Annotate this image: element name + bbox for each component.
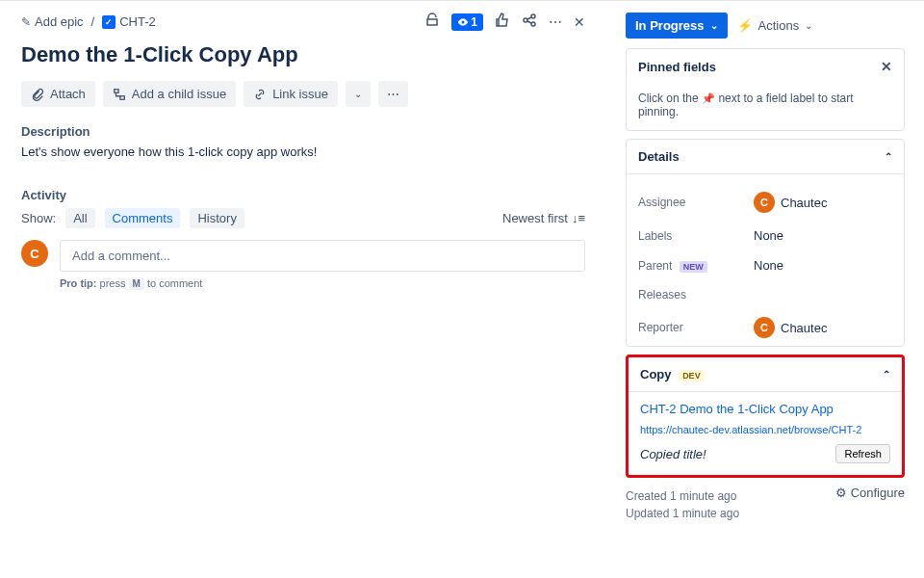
field-assignee[interactable]: Assignee C Chautec	[627, 184, 904, 221]
comment-input[interactable]: Add a comment...	[60, 240, 585, 272]
link-issue-label: Link issue	[272, 87, 328, 101]
parent-value: None	[754, 258, 783, 273]
tab-history[interactable]: History	[190, 208, 244, 228]
created-text: Created 1 minute ago	[626, 489, 739, 503]
configure-label: Configure	[851, 486, 905, 500]
details-header-row[interactable]: Details ⌃	[627, 140, 904, 173]
avatar: C	[754, 192, 775, 213]
parent-label: Parent	[638, 259, 672, 273]
link-dropdown-button[interactable]: ⌄	[346, 81, 371, 107]
close-icon[interactable]: ✕	[881, 59, 892, 74]
actions-label: Actions	[758, 18, 800, 33]
status-label: In Progress	[635, 18, 705, 33]
chevron-up-icon: ⌃	[885, 151, 892, 162]
field-reporter[interactable]: Reporter C Chautec	[627, 309, 904, 346]
updated-text: Updated 1 minute ago	[626, 507, 739, 520]
issue-key-label: CHT-2	[119, 14, 156, 29]
thumbs-up-icon[interactable]	[495, 13, 510, 31]
chevron-down-icon: ⌄	[710, 20, 718, 31]
page-title[interactable]: Demo the 1-Click Copy App	[21, 42, 585, 67]
avatar: C	[21, 240, 48, 267]
svg-rect-3	[115, 89, 118, 92]
svg-point-2	[531, 22, 535, 26]
kbd-m: M	[129, 277, 144, 290]
copy-title-link[interactable]: CHT-2 Demo the 1-Click Copy App	[640, 402, 890, 416]
show-label: Show:	[21, 211, 56, 225]
assignee-label: Assignee	[638, 196, 754, 209]
sort-button[interactable]: Newest first ↓≡	[502, 211, 585, 225]
field-releases[interactable]: Releases	[627, 280, 904, 309]
add-child-label: Add a child issue	[132, 87, 226, 101]
lock-icon[interactable]	[424, 13, 440, 31]
tab-comments[interactable]: Comments	[105, 208, 181, 228]
description-text[interactable]: Let's show everyone how this 1-click cop…	[21, 144, 585, 159]
svg-point-1	[531, 14, 535, 18]
pinned-header: Pinned fields	[638, 60, 716, 74]
configure-button[interactable]: ⚙ Configure	[835, 486, 905, 500]
sort-label: Newest first	[502, 211, 568, 225]
reporter-label: Reporter	[638, 321, 754, 334]
issue-key-link[interactable]: ✓ CHT-2	[102, 14, 156, 29]
attach-label: Attach	[50, 87, 86, 101]
tab-all[interactable]: All	[65, 208, 94, 228]
labels-label: Labels	[638, 229, 754, 243]
gear-icon: ⚙	[835, 486, 847, 500]
actions-button[interactable]: ⚡ Actions ⌄	[737, 13, 813, 39]
sort-icon: ↓≡	[572, 211, 585, 225]
pinned-fields-panel: Pinned fields ✕ Click on the 📌 next to a…	[626, 48, 905, 131]
field-parent[interactable]: Parent NEW None	[627, 250, 904, 280]
field-labels[interactable]: Labels None	[627, 221, 904, 250]
copy-url-link[interactable]: https://chautec-dev.atlassian.net/browse…	[640, 424, 890, 435]
breadcrumb: ✎ Add epic / ✓ CHT-2	[21, 14, 156, 29]
add-child-button[interactable]: Add a child issue	[103, 81, 236, 107]
add-epic-link[interactable]: ✎ Add epic	[21, 14, 84, 29]
add-epic-label: Add epic	[35, 14, 84, 29]
avatar: C	[754, 317, 775, 338]
chevron-up-icon: ⌃	[883, 369, 890, 380]
close-icon[interactable]: ✕	[574, 14, 585, 30]
protip: Pro tip: press M to comment	[60, 277, 585, 289]
activity-label: Activity	[21, 188, 585, 202]
details-panel: Details ⌃ Assignee C Chautec Labels None	[626, 139, 905, 347]
pencil-icon: ✎	[21, 15, 31, 29]
attach-button[interactable]: Attach	[21, 81, 95, 107]
details-header: Details	[638, 149, 680, 164]
link-issue-button[interactable]: Link issue	[244, 81, 338, 107]
labels-value: None	[754, 228, 783, 243]
protip-pre: Pro tip:	[60, 277, 97, 289]
reporter-name: Chautec	[781, 321, 827, 335]
bolt-icon: ⚡	[737, 18, 753, 33]
toolbar-more-button[interactable]: ⋯	[378, 81, 408, 107]
issue-type-icon: ✓	[102, 15, 116, 29]
chevron-down-icon: ⌄	[354, 89, 362, 99]
new-badge: NEW	[680, 261, 707, 273]
refresh-button[interactable]: Refresh	[835, 444, 890, 463]
share-icon[interactable]	[522, 13, 537, 31]
separator: /	[91, 14, 95, 29]
more-icon[interactable]: ⋯	[549, 14, 562, 30]
watchers-button[interactable]: 1	[451, 13, 483, 31]
copy-panel: Copy DEV ⌃ CHT-2 Demo the 1-Click Copy A…	[626, 355, 905, 478]
status-button[interactable]: In Progress ⌄	[626, 13, 728, 39]
watchers-count: 1	[471, 15, 477, 29]
copy-header: Copy	[640, 367, 672, 381]
svg-point-0	[524, 18, 527, 22]
copy-header-row[interactable]: Copy DEV ⌃	[629, 357, 902, 391]
pin-icon: 📌	[702, 92, 715, 104]
description-label: Description	[21, 124, 585, 139]
dev-badge: DEV	[679, 370, 705, 381]
assignee-name: Chautec	[781, 196, 827, 210]
chevron-down-icon: ⌄	[805, 20, 812, 31]
releases-label: Releases	[638, 288, 754, 302]
